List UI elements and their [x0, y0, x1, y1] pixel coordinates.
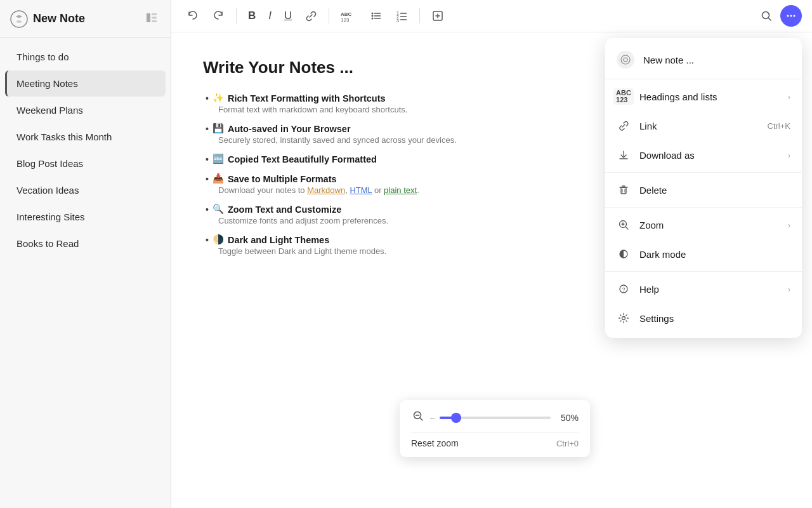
svg-line-39: [625, 227, 628, 229]
sidebar-item-label: Meeting Notes: [16, 78, 78, 89]
app-title: New Note: [33, 12, 85, 25]
ctx-item-headings[interactable]: ABC123 Headings and lists ›: [605, 82, 802, 111]
sidebar-item-weekend-plans[interactable]: Weekend Plans: [5, 97, 166, 123]
markdown-link[interactable]: Markdown: [307, 185, 345, 195]
dark-mode-icon: [617, 247, 631, 261]
bullet-icon: •: [206, 154, 209, 164]
list-item-icon: 🔤: [213, 154, 224, 164]
zoom-popup: – 50% Reset zoom Ctrl+0: [400, 400, 590, 457]
sidebar-item-meeting-notes[interactable]: Meeting Notes: [5, 70, 166, 97]
svg-point-31: [624, 58, 627, 62]
underline-button[interactable]: U: [279, 6, 297, 26]
unordered-list-button[interactable]: [365, 6, 388, 26]
bold-icon: B: [248, 10, 256, 22]
trash-icon: [617, 183, 631, 197]
list-item-icon: 💾: [213, 123, 224, 134]
toolbar-separator-1: [236, 8, 237, 23]
chevron-right-icon: ›: [788, 150, 790, 160]
ctx-separator: [605, 207, 802, 208]
svg-point-24: [787, 15, 789, 17]
list-item-title: Save to Multiple Formats: [228, 174, 337, 184]
list-item-icon: 🌗: [213, 234, 224, 245]
ctx-item-settings[interactable]: Settings: [605, 304, 802, 333]
sidebar-header: New Note: [0, 0, 171, 38]
zoom-reset-label: Reset zoom: [411, 438, 459, 448]
svg-rect-4: [152, 20, 157, 22]
svg-text:3: 3: [396, 18, 399, 22]
svg-rect-1: [147, 13, 150, 22]
ctx-label: Link: [639, 121, 759, 131]
sidebar-item-work-tasks[interactable]: Work Tasks this Month: [5, 124, 166, 150]
toolbar: B I U ABC 123 123: [171, 0, 812, 32]
insert-button[interactable]: [426, 6, 449, 26]
sidebar: New Note Things to do Meeting Notes Week…: [0, 0, 171, 508]
svg-point-26: [794, 15, 796, 17]
ctx-label: Delete: [639, 185, 790, 196]
bullet-icon: •: [206, 204, 209, 215]
ctx-item-new-note[interactable]: New note ...: [605, 43, 802, 76]
help-icon: ?: [617, 282, 631, 296]
sidebar-item-label: Work Tasks this Month: [16, 131, 112, 142]
ctx-label: Zoom: [639, 220, 779, 231]
chevron-right-icon: ›: [788, 284, 790, 294]
italic-icon: I: [268, 10, 272, 22]
ctx-item-help[interactable]: ? Help ›: [605, 274, 802, 304]
ctx-item-delete[interactable]: Delete: [605, 175, 802, 204]
bullet-icon: •: [206, 235, 209, 245]
chevron-right-icon: ›: [788, 92, 790, 102]
svg-rect-33: [621, 187, 626, 194]
list-item-icon: 🔍: [213, 204, 224, 215]
ctx-separator: [605, 271, 802, 272]
svg-rect-3: [152, 17, 157, 19]
toolbar-separator-2: [329, 8, 329, 23]
more-options-button[interactable]: [780, 5, 802, 27]
svg-text:?: ?: [622, 286, 625, 293]
ctx-label: Settings: [639, 313, 790, 324]
list-item-icon: ✨: [213, 93, 224, 104]
svg-point-25: [790, 15, 792, 17]
link-button[interactable]: [299, 6, 322, 26]
app-icon: [10, 10, 28, 28]
bullet-icon: •: [206, 93, 209, 104]
bold-button[interactable]: B: [243, 6, 261, 26]
list-item-title: Dark and Light Themes: [228, 235, 329, 245]
sidebar-item-blog-post-ideas[interactable]: Blog Post Ideas: [5, 150, 166, 177]
download-icon: [617, 148, 631, 162]
sidebar-item-things-to-do[interactable]: Things to do: [5, 44, 166, 70]
ctx-label: Help: [639, 284, 779, 295]
sidebar-item-interesting-sites[interactable]: Interesting Sites: [5, 204, 166, 230]
list-item-icon: 📥: [213, 173, 224, 184]
sidebar-item-label: Things to do: [16, 51, 69, 62]
ctx-item-zoom[interactable]: Zoom ›: [605, 210, 802, 239]
sidebar-header-left: New Note: [10, 10, 85, 28]
bullet-icon: •: [206, 124, 209, 134]
sidebar-toggle-button[interactable]: [143, 9, 160, 29]
ctx-item-dark-mode[interactable]: Dark mode: [605, 239, 802, 269]
sidebar-item-vacation-ideas[interactable]: Vecation Ideas: [5, 177, 166, 203]
ordered-list-button[interactable]: 123: [390, 6, 413, 26]
redo-button[interactable]: [207, 6, 230, 26]
ctx-item-link[interactable]: Link Ctrl+K: [605, 111, 802, 140]
ctx-label: Download as: [639, 150, 779, 161]
abc123-button[interactable]: ABC 123: [336, 6, 362, 26]
ctx-separator: [605, 79, 802, 79]
zoom-row: – 50%: [411, 409, 579, 426]
html-link[interactable]: HTML: [350, 185, 372, 195]
ctx-item-download-as[interactable]: Download as ›: [605, 140, 802, 170]
zoom-slider-track[interactable]: [440, 417, 551, 419]
toolbar-right: [755, 5, 802, 27]
ctx-shortcut: Ctrl+K: [768, 121, 790, 131]
svg-rect-2: [152, 13, 157, 15]
svg-text:123: 123: [341, 17, 350, 22]
undo-button[interactable]: [181, 6, 204, 26]
zoom-minus-button[interactable]: [411, 409, 425, 426]
plain-text-link[interactable]: plain text: [384, 185, 417, 195]
italic-button[interactable]: I: [263, 6, 277, 26]
abc-text-icon: ABC123: [613, 88, 634, 105]
sidebar-item-books-to-read[interactable]: Books to Read: [5, 231, 166, 257]
zoom-icon: [617, 218, 631, 232]
ctx-separator: [605, 172, 802, 173]
bullet-icon: •: [206, 174, 209, 184]
chevron-right-icon: ›: [788, 220, 790, 230]
search-button[interactable]: [755, 6, 778, 26]
